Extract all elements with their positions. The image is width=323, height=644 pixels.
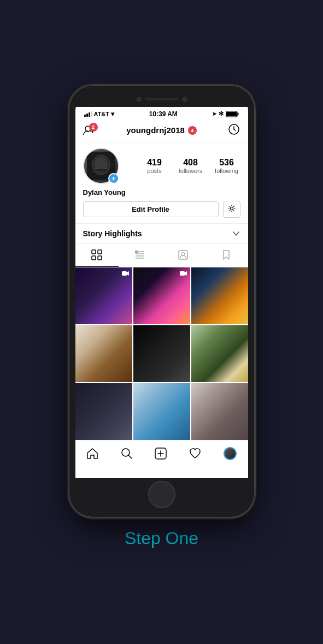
followers-count: 408 — [183, 158, 198, 168]
story-highlights-label: Story Highlights — [83, 229, 142, 238]
video-camera-icon-2 — [180, 271, 187, 276]
content-tab-bar — [75, 244, 248, 267]
bookmark-icon — [221, 249, 232, 260]
status-left: AT&T ▾ — [84, 110, 115, 118]
photo-cell-8[interactable] — [133, 383, 190, 440]
signal-bar-3 — [89, 112, 90, 117]
bluetooth-icon: ✻ — [219, 110, 224, 117]
bottom-navigation — [75, 440, 248, 468]
svg-point-24 — [181, 252, 185, 255]
svg-point-13 — [230, 207, 233, 210]
signal-bar-2 — [86, 114, 88, 117]
sensor — [183, 97, 187, 102]
profile-actions: Edit Profile — [83, 201, 240, 218]
avatar-wrap: + — [83, 148, 119, 184]
tab-tagged[interactable] — [162, 244, 205, 267]
svg-rect-27 — [180, 271, 185, 276]
photo-cell-3[interactable] — [191, 267, 248, 324]
svg-rect-15 — [98, 250, 102, 254]
instagram-header: 2 youngdrnj2018 4 — [75, 119, 248, 142]
speaker — [145, 98, 178, 100]
add-post-icon — [155, 448, 167, 460]
photo-cell-1[interactable] — [75, 267, 132, 324]
posts-count: 419 — [147, 158, 162, 168]
home-button[interactable] — [148, 481, 175, 508]
status-bar: AT&T ▾ 10:39 AM ➤ ✻ — [75, 107, 248, 119]
signal-bar-4 — [91, 111, 92, 117]
profile-section: + 419 posts 408 followers — [75, 142, 248, 223]
svg-rect-17 — [98, 256, 102, 260]
video-indicator-1 — [122, 270, 130, 278]
posts-stat[interactable]: 419 posts — [141, 158, 168, 174]
video-indicator-2 — [180, 270, 187, 278]
svg-rect-2 — [226, 112, 237, 116]
svg-rect-16 — [92, 256, 96, 260]
tab-list[interactable] — [119, 244, 162, 267]
nav-add[interactable] — [150, 445, 171, 462]
settings-button[interactable] — [223, 201, 240, 218]
nav-search[interactable] — [116, 445, 137, 462]
chevron-down-icon — [232, 229, 240, 238]
front-camera — [137, 97, 141, 102]
svg-rect-22 — [135, 251, 138, 253]
edit-profile-button[interactable]: Edit Profile — [83, 201, 219, 217]
add-story-button[interactable]: + — [108, 173, 119, 184]
current-user-avatar — [224, 447, 237, 460]
photo-cell-7[interactable] — [75, 383, 132, 440]
profile-top-row: + 419 posts 408 followers — [83, 148, 240, 184]
svg-rect-25 — [122, 271, 127, 276]
grid-icon — [91, 249, 102, 260]
person-tag-icon — [178, 249, 189, 260]
following-label: following — [215, 168, 238, 174]
signal-icon — [84, 111, 92, 117]
phone-shell: AT&T ▾ 10:39 AM ➤ ✻ — [69, 85, 255, 517]
step-label: Step One — [125, 528, 198, 548]
location-icon: ➤ — [212, 111, 216, 117]
phone-notch — [75, 92, 248, 107]
posts-label: posts — [147, 168, 161, 174]
carrier-name: AT&T — [94, 111, 110, 117]
nav-activity[interactable] — [185, 445, 205, 462]
battery-icon — [226, 111, 239, 117]
svg-marker-26 — [127, 271, 129, 276]
svg-marker-28 — [185, 271, 187, 276]
photo-cell-6[interactable] — [191, 325, 248, 382]
status-time: 10:39 AM — [149, 110, 178, 118]
tab-saved[interactable] — [205, 244, 248, 267]
home-icon — [86, 448, 98, 460]
svg-line-30 — [128, 455, 132, 458]
profile-stats: 419 posts 408 followers 536 following — [141, 158, 240, 174]
signal-bar-1 — [84, 115, 86, 117]
photo-cell-5[interactable] — [133, 325, 190, 382]
tab-grid[interactable] — [75, 244, 119, 267]
followers-label: followers — [179, 168, 202, 174]
heart-icon — [189, 448, 201, 460]
photo-grid — [75, 267, 248, 440]
nav-home[interactable] — [82, 445, 103, 462]
page-wrapper: AT&T ▾ 10:39 AM ➤ ✻ — [0, 74, 323, 570]
story-highlights-section[interactable]: Story Highlights — [75, 223, 248, 244]
archive-button[interactable] — [228, 123, 240, 138]
svg-point-11 — [95, 157, 108, 170]
username-text: youngdrnj2018 — [126, 126, 185, 135]
list-icon — [134, 249, 145, 260]
photo-cell-9[interactable] — [191, 383, 248, 440]
nav-profile[interactable] — [219, 445, 241, 462]
app-screen: AT&T ▾ 10:39 AM ➤ ✻ — [75, 107, 248, 478]
svg-rect-12 — [95, 169, 108, 171]
svg-rect-14 — [92, 250, 96, 254]
followers-stat[interactable]: 408 followers — [177, 158, 204, 174]
wifi-icon: ▾ — [111, 110, 114, 118]
following-stat[interactable]: 536 following — [213, 158, 240, 174]
photo-cell-4[interactable] — [75, 325, 132, 382]
photo-cell-2[interactable] — [133, 267, 190, 324]
username-display: youngdrnj2018 4 — [126, 126, 197, 135]
header-icons — [228, 123, 240, 138]
following-count: 536 — [219, 158, 234, 168]
settings-gear-icon — [228, 205, 236, 212]
add-user-button[interactable]: 2 — [83, 126, 95, 135]
add-user-badge: 2 — [89, 123, 98, 132]
clock-archive-icon — [228, 123, 240, 135]
username-badge-wrap: 4 — [188, 126, 197, 135]
phone-screen: AT&T ▾ 10:39 AM ➤ ✻ — [75, 92, 248, 511]
